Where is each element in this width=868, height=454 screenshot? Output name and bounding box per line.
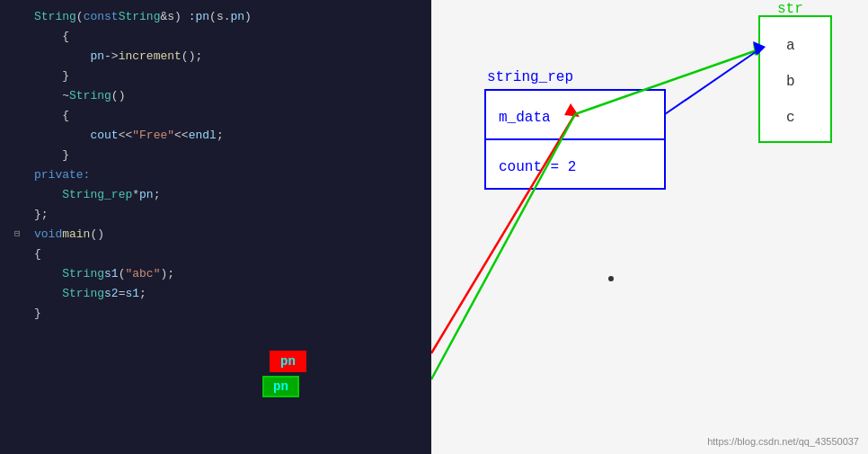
str-char-c: c <box>786 110 795 126</box>
code-line-5: ~String() <box>7 86 431 106</box>
string-rep-label: string_rep <box>487 69 573 85</box>
code-line-14: String s1("abc"); <box>7 264 431 284</box>
code-panel: String(const String &s) :pn(s.pn) { pn->… <box>0 0 431 454</box>
code-content: String(const String &s) :pn(s.pn) { pn->… <box>0 0 431 331</box>
code-line-11: }; <box>7 205 431 225</box>
str-char-b: b <box>786 74 795 90</box>
code-line-4: } <box>7 67 431 86</box>
str-label: str <box>777 1 803 17</box>
watermark: https://blog.csdn.net/qq_43550037 <box>707 436 859 447</box>
center-dot <box>608 276 614 281</box>
code-line-16: } <box>7 304 431 324</box>
code-line-10: String_rep *pn; <box>7 185 431 205</box>
code-line-2: { <box>7 27 431 47</box>
code-line-15: String s2 = s1; <box>7 284 431 304</box>
green-arrow-line-2 <box>575 49 759 114</box>
str-char-a: a <box>786 38 795 54</box>
pn-green-box: pn <box>262 376 299 397</box>
str-box <box>759 16 831 142</box>
code-line-13: { <box>7 245 431 264</box>
code-line-12: ⊟ void main() <box>7 225 431 245</box>
m-data-label: m_data <box>499 110 551 126</box>
code-line-3: pn->increment(); <box>7 47 431 67</box>
code-line-7: cout << "Free" << endl; <box>7 126 431 146</box>
pn-red-box: pn <box>270 351 306 372</box>
blue-arrow-line <box>665 49 759 114</box>
count-label: count = 2 <box>499 159 576 175</box>
code-line-1: String(const String &s) :pn(s.pn) <box>7 7 431 27</box>
code-line-6: { <box>7 106 431 126</box>
code-line-9: private: <box>7 165 431 185</box>
diagram-svg: string_rep m_data count = 2 str a b c <box>431 0 868 454</box>
code-text: String <box>34 8 76 27</box>
code-line-8: } <box>7 146 431 165</box>
diagram-area: string_rep m_data count = 2 str a b c <box>431 0 868 454</box>
